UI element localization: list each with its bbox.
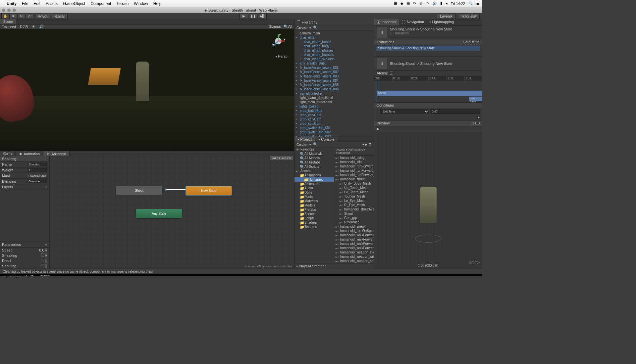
param-row[interactable]: Speed0.0 − [0, 248, 49, 253]
local-toggle[interactable]: ▪Local [52, 14, 68, 19]
project-item[interactable]: ▸▫humanoid_weapon_raise [334, 254, 374, 259]
rotate-tool-button[interactable]: ↻ [17, 14, 25, 19]
project-item[interactable]: ▸▫Ri_Eye_Mesh [334, 203, 374, 207]
status-icon[interactable]: ▦ [394, 1, 397, 6]
blending-input[interactable] [27, 179, 47, 183]
project-item[interactable]: 📁Animators [294, 182, 334, 186]
pause-button[interactable]: ❚❚ [249, 14, 257, 19]
preview-viewport[interactable]: 0:00 (000.0%) CGJOY [374, 132, 482, 269]
hierarchy-item[interactable]: camera_main [294, 31, 374, 35]
volume-icon[interactable]: 🔊 [432, 1, 437, 6]
hierarchy-item[interactable]: ▸env_stealth_static [294, 61, 374, 66]
menu-assets[interactable]: Assets [46, 1, 58, 6]
tab-navigation[interactable]: ⛶ Navigation [399, 19, 427, 25]
light-toggle[interactable]: ☀ [32, 24, 35, 29]
search-icon[interactable]: 🔍 [468, 1, 473, 6]
param-row[interactable]: Shouting − [0, 263, 49, 269]
hierarchy-item[interactable]: char_ethan_board [294, 40, 374, 44]
project-item[interactable]: ▸▫humanoid_runForward_t [334, 168, 374, 173]
hierarchy-tree[interactable]: camera_main▸char_ethanchar_ethan_boardch… [294, 30, 374, 137]
tab-scene[interactable]: Scene [0, 19, 16, 24]
project-item[interactable]: ▸▫humanoid_shoutAvata [334, 207, 374, 211]
project-item[interactable]: ▸▫humanoid_runForward_f [334, 164, 374, 168]
weight-input[interactable] [27, 168, 47, 172]
project-item[interactable]: ▸▫humanoid_idle [334, 160, 374, 164]
traffic-lights[interactable] [2, 9, 16, 12]
project-item[interactable]: 🔍All Materials [294, 152, 334, 156]
project-item[interactable]: 📁Fonts [294, 195, 334, 199]
hierarchy-item[interactable]: char_ethan_body [294, 44, 374, 48]
hierarchy-item[interactable]: ▸fx_laserFence_lasers_001 [294, 66, 374, 70]
scale-tool-button[interactable]: ⤢ [25, 14, 33, 19]
project-item[interactable]: 📁Animations [294, 173, 334, 177]
state-shout[interactable]: Shout [116, 186, 162, 195]
preview-play-button[interactable]: ▶ [377, 127, 379, 131]
play-button[interactable]: ▶ [239, 14, 248, 19]
orientation-gizmo[interactable]: y x z [270, 33, 286, 49]
project-item[interactable]: ▸▫humanoid_walkForward_t [334, 242, 374, 246]
hierarchy-item[interactable]: ▸char_ethan [294, 35, 374, 40]
hierarchy-item[interactable]: ▸prop_switchUnit_002 [294, 130, 374, 134]
project-item[interactable]: ▸▫Up_Teeth_Mesh [334, 186, 374, 190]
project-item[interactable]: ▸▫humanoid_shout [334, 177, 374, 181]
audio-toggle[interactable]: 🔊 [39, 24, 44, 29]
param-row[interactable]: Sneaking − [0, 253, 49, 258]
tab-animation[interactable]: ◉ Animation [16, 151, 43, 156]
menu-edit[interactable]: Edit [33, 1, 40, 6]
project-item[interactable]: ▸Assets [294, 169, 334, 173]
project-item[interactable]: ▸▫Shout [334, 211, 374, 216]
remove-button[interactable]: − [478, 52, 480, 56]
name-input[interactable] [27, 162, 47, 166]
project-item[interactable]: ▸▫humanoid_walkForward_t [334, 237, 374, 242]
textured-dropdown[interactable]: Textured [2, 25, 16, 29]
project-item[interactable]: 📁Textures [294, 225, 334, 229]
menu-help[interactable]: Help [153, 1, 162, 6]
bluetooth-icon[interactable]: ⚹ [419, 1, 422, 6]
gizmos-dropdown[interactable]: Gizmos [268, 24, 281, 29]
clip-new-state[interactable]: New State [469, 97, 482, 101]
step-button[interactable]: ▶▌ [258, 14, 267, 19]
param-row[interactable]: Dead − [0, 258, 49, 263]
add-param-button[interactable]: + [45, 243, 47, 247]
layers-dropdown[interactable]: Layers ▾ [437, 14, 455, 19]
project-item[interactable]: ▸▫humanoid_turnOnSpot [334, 229, 374, 233]
animator-graph[interactable]: Auto Live Link Shout New State Any State… [50, 156, 294, 269]
hierarchy-item[interactable]: char_ethan_harness [294, 53, 374, 57]
tab-lightmapping[interactable]: ▫ Lightmapping [427, 19, 456, 25]
project-item[interactable]: ▸▫humanoid_sneak [334, 224, 374, 229]
project-create[interactable]: Create [296, 143, 307, 147]
project-item[interactable]: ▸▫humanoid_runForward_t [334, 173, 374, 177]
hierarchy-item[interactable]: ▸prop_switchUnit_003 [294, 134, 374, 137]
hierarchy-item[interactable]: ▸fx_laserFence_lasers_006 [294, 87, 374, 91]
project-item[interactable]: 📁Scenes [294, 212, 334, 216]
hierarchy-item[interactable]: char_ethan_glasses [294, 48, 374, 53]
project-item[interactable]: ★Favorites [294, 147, 334, 152]
tab-game[interactable]: Game [0, 151, 16, 156]
project-folders[interactable]: ★Favorites🔍All Materials🔍All Models🔍All … [294, 147, 334, 263]
hierarchy-create[interactable]: Create [296, 26, 307, 30]
project-item[interactable]: 📁Humanoid [294, 177, 334, 182]
project-item[interactable]: ▸▫humanoid_walkForward_t [334, 246, 374, 250]
project-item[interactable]: ▸▫Lw_Teeth_Mesh [334, 190, 374, 194]
hierarchy-item[interactable]: ▸prop_cctvCam [294, 121, 374, 126]
project-item[interactable]: ▸▫Le_Eye_Mesh [334, 199, 374, 203]
hierarchy-item[interactable]: ▸prop_cctvCam [294, 113, 374, 117]
project-item[interactable]: ▸▫Unity_Body_Mesh [334, 181, 374, 186]
transition-timeline[interactable]: :000:100:201:001:101:20 Shout New State [374, 76, 482, 103]
mask-input[interactable] [27, 174, 47, 178]
hand-tool-button[interactable]: ✋ [1, 14, 9, 19]
pivot-toggle[interactable]: ▪Pivot [35, 14, 50, 19]
menu-gameobject[interactable]: GameObject [63, 1, 85, 6]
project-item[interactable]: 📁Done [294, 190, 334, 195]
hierarchy-item[interactable]: light_alarm_directional [294, 96, 374, 100]
project-item[interactable]: 🔍All Prefabs [294, 160, 334, 164]
project-item[interactable]: 🔍All Models [294, 156, 334, 160]
tab-animator[interactable]: ⫸ Animator [43, 151, 70, 156]
project-item[interactable]: 📁Shaders [294, 220, 334, 225]
layout-dropdown[interactable]: Tutorials ▾ [458, 14, 480, 19]
state-any[interactable]: Any State [136, 209, 182, 218]
hierarchy-item[interactable]: light_main_directional [294, 100, 374, 104]
project-item[interactable]: ▸▫Reference [334, 220, 374, 224]
project-files[interactable]: Assets ▸ Animations ▸ Humanoid▸▫humanoid… [334, 147, 374, 263]
preview-speed[interactable]: 1.0 [475, 121, 480, 125]
